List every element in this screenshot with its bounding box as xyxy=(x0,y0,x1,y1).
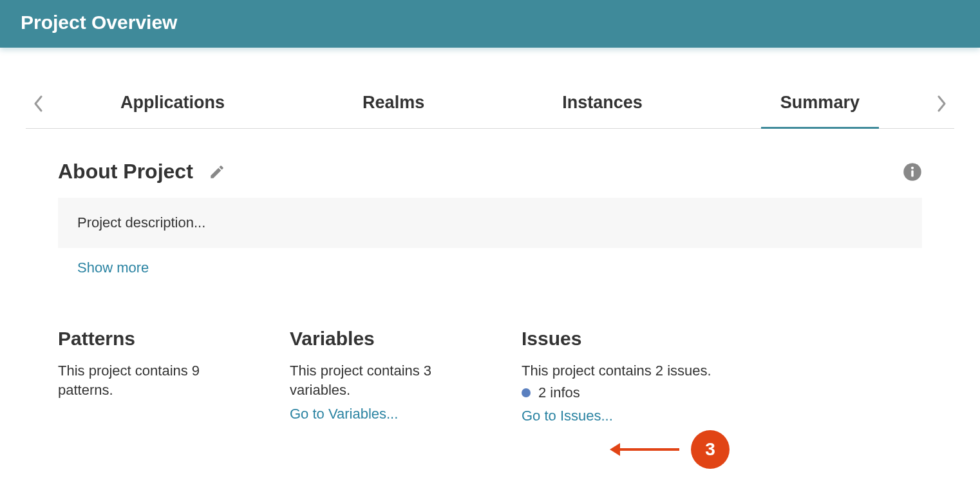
go-to-variables-link[interactable]: Go to Variables... xyxy=(290,406,483,422)
tab-summary[interactable]: Summary xyxy=(761,79,879,128)
issues-text: This project contains 2 issues. xyxy=(522,361,715,381)
patterns-text: This project contains 9 patterns. xyxy=(58,361,251,399)
info-dot-icon xyxy=(522,388,531,397)
tab-realms[interactable]: Realms xyxy=(343,79,444,128)
issues-title: Issues xyxy=(522,328,715,350)
svg-point-2 xyxy=(911,167,914,169)
info-icon xyxy=(903,162,922,182)
show-more-link[interactable]: Show more xyxy=(58,260,922,276)
summary-cards: Patterns This project contains 9 pattern… xyxy=(26,328,954,450)
patterns-title: Patterns xyxy=(58,328,251,350)
issues-info-count: 2 infos xyxy=(538,384,580,401)
tab-instances[interactable]: Instances xyxy=(543,79,662,128)
variables-title: Variables xyxy=(290,328,483,350)
tabs-prev-button[interactable] xyxy=(26,95,52,112)
edit-button[interactable] xyxy=(209,164,225,180)
chevron-left-icon xyxy=(33,95,44,112)
go-to-issues-link[interactable]: Go to Issues... xyxy=(522,408,715,424)
tab-applications[interactable]: Applications xyxy=(101,79,244,128)
pencil-icon xyxy=(209,164,225,180)
about-section: About Project Project description... Sho… xyxy=(26,160,954,276)
svg-rect-1 xyxy=(911,171,914,177)
main-container: Applications Realms Instances Summary Ab… xyxy=(0,79,980,450)
tabs-bar: Applications Realms Instances Summary xyxy=(26,79,954,129)
variables-card: Variables This project contains 3 variab… xyxy=(290,328,483,424)
project-description: Project description... xyxy=(58,198,922,248)
about-title: About Project xyxy=(58,160,193,184)
page-header: Project Overview xyxy=(0,0,980,48)
variables-text: This project contains 3 variables. xyxy=(290,361,483,399)
issues-card: Issues This project contains 2 issues. 2… xyxy=(522,328,715,424)
about-title-row: About Project xyxy=(58,160,922,184)
page-title: Project Overview xyxy=(21,12,177,33)
issues-info-line: 2 infos xyxy=(522,384,715,401)
patterns-card: Patterns This project contains 9 pattern… xyxy=(58,328,251,424)
info-button[interactable] xyxy=(903,162,922,182)
tabs-list: Applications Realms Instances Summary xyxy=(52,79,928,128)
tabs-next-button[interactable] xyxy=(928,95,954,112)
chevron-right-icon xyxy=(936,95,947,112)
